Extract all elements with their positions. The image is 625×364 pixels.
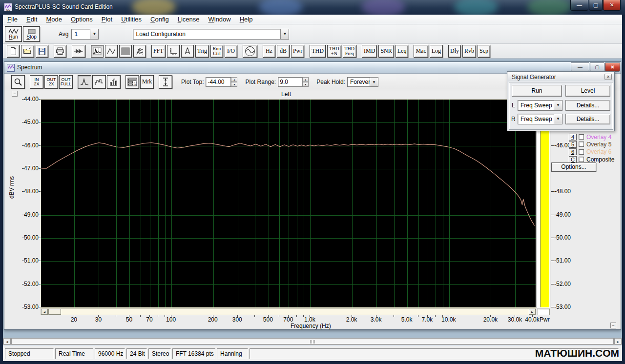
mdi-horizontal-scrollbar[interactable]: ◄ ► [3, 338, 622, 345]
menu-item-edit[interactable]: Edit [22, 15, 42, 24]
overlay-6-button[interactable]: 6 [569, 148, 577, 155]
reverb-button[interactable]: Rvb [462, 45, 476, 58]
decibels-button[interactable]: dB [277, 45, 290, 58]
maximize-button[interactable]: ▢ [589, 0, 603, 11]
right-details-button[interactable]: Details... [565, 114, 610, 124]
overlay-4-button[interactable]: 4 [569, 134, 577, 141]
signal-generator-button[interactable] [243, 45, 257, 58]
delay-button[interactable]: Dly [448, 45, 461, 58]
collapse-right-axis-button[interactable]: − [610, 323, 616, 328]
scroll-right-arrow[interactable]: ► [529, 309, 536, 315]
plot-bar-mode-button[interactable] [107, 75, 121, 89]
overlay-checkbox[interactable] [579, 157, 584, 162]
signal-generator-dialog: Signal Generator ✕ Run Level L Freq Swee… [507, 71, 615, 131]
scroll-left-arrow[interactable]: ◄ [41, 309, 48, 315]
menu-item-config[interactable]: Config [146, 15, 173, 24]
run-control-button[interactable]: Run Ctrl [210, 45, 223, 58]
spectrum-view-button[interactable] [91, 45, 104, 58]
scroll-left-arrow[interactable]: ◄ [3, 338, 11, 344]
zoom-select-button[interactable] [11, 75, 25, 89]
waveform-view-button[interactable] [105, 45, 118, 58]
overlay-checkbox[interactable] [579, 134, 584, 140]
save-file-button[interactable] [36, 45, 48, 58]
plot-range-input-spinner[interactable]: ▲▼ [302, 77, 309, 87]
options-button[interactable]: Options... [551, 162, 596, 172]
spectrum-close-button[interactable]: ✕ [605, 62, 620, 72]
run-button[interactable]: Run [5, 26, 22, 42]
stop-button[interactable]: Stop [23, 26, 40, 42]
amplitude-range-button[interactable] [159, 75, 172, 89]
zoom-out-2x-button[interactable]: OUT 2X [44, 75, 58, 89]
generator-level-button[interactable]: Level [565, 85, 610, 97]
plot-top-input-spinner[interactable]: ▲▼ [231, 77, 237, 87]
chevron-down-icon: ▼ [90, 29, 98, 39]
plot-horizontal-scrollbar[interactable]: ◄ ► [41, 308, 536, 315]
close-button[interactable]: ✕ [603, 0, 621, 11]
calipers-button[interactable] [181, 45, 194, 58]
overlay-checkbox[interactable] [579, 142, 584, 147]
fft-settings-button[interactable]: FFT [151, 45, 166, 58]
menu-item-help[interactable]: Help [235, 15, 257, 24]
imd-button[interactable]: IMD [362, 45, 377, 58]
zoom-out-full-button[interactable]: OUT FULL [59, 75, 73, 89]
spectrum-plot-icon [93, 47, 102, 55]
input-output-button[interactable]: I/O [225, 45, 237, 58]
fast-forward-button[interactable] [72, 45, 85, 58]
plot-step-mode-button[interactable] [92, 75, 106, 89]
overlay-5-button[interactable]: 5 [569, 141, 577, 148]
frequency-button[interactable]: Hz [263, 45, 275, 58]
left-details-button[interactable]: Details... [565, 100, 610, 111]
open-file-button[interactable] [21, 45, 34, 58]
y-tick-mark [551, 261, 554, 261]
display-options-button[interactable]: 5.1dB [125, 75, 139, 89]
peak-hold-select[interactable]: Forever▼ [347, 77, 378, 87]
scrollbar-thumb[interactable] [48, 309, 61, 315]
surface-view-button[interactable] [133, 45, 146, 58]
markers-button[interactable]: Mrk [140, 75, 154, 89]
spectrum-minimize-button[interactable]: — [571, 62, 589, 72]
spectrogram-view-button[interactable] [119, 45, 132, 58]
leq-button[interactable]: Leq [396, 45, 409, 58]
load-configuration-select[interactable]: Load Configuration ▼ [133, 29, 289, 40]
generator-run-button[interactable]: Run [512, 85, 562, 97]
menu-item-file[interactable]: File [3, 15, 22, 24]
x-axis-title: Frequency (Hz) [291, 323, 331, 329]
scope-button[interactable]: Scp [478, 45, 490, 58]
power-button[interactable]: Pwr [291, 45, 304, 58]
thd-freq-button[interactable]: THD Freq [343, 45, 357, 58]
menu-item-options[interactable]: Options [66, 15, 97, 24]
menu-item-mode[interactable]: Mode [42, 15, 66, 24]
macro-button[interactable]: Mac [414, 45, 428, 58]
zoom-in-2x-button[interactable]: IN 2X [30, 75, 43, 89]
print-button[interactable] [54, 45, 66, 58]
trigger-button[interactable]: Trig [195, 45, 209, 58]
overlay-c-button[interactable]: C [569, 156, 577, 163]
plot-top-input[interactable]: -44.00 [206, 77, 231, 87]
signal-generator-close-icon[interactable]: ✕ [604, 74, 612, 80]
right-generator-mode-select[interactable]: Freq Sweep ▼ [518, 114, 562, 124]
spectrum-maximize-button[interactable]: ▢ [590, 62, 604, 72]
minimize-button[interactable]: — [570, 0, 588, 11]
scales-button[interactable] [167, 45, 180, 58]
printer-icon [56, 47, 64, 55]
plot-range-input[interactable]: 9.0 [278, 77, 302, 87]
overlay-checkbox[interactable] [579, 149, 584, 155]
thd-button[interactable]: THD [310, 45, 326, 58]
menu-item-plot[interactable]: Plot [97, 15, 117, 24]
logging-button[interactable]: Log [430, 45, 443, 58]
snr-button[interactable]: SNR [378, 45, 394, 58]
plot-line-mode-button[interactable] [78, 75, 91, 89]
status-bar: StoppedReal Time96000 Hz24 BitStereoFFT … [3, 345, 622, 361]
new-file-button[interactable] [7, 45, 20, 58]
scrollbar-thumb[interactable] [11, 338, 614, 344]
signal-generator-titlebar[interactable]: Signal Generator [508, 72, 614, 81]
plot-area[interactable] [41, 99, 536, 308]
y-tick-label: -48.00 [554, 188, 579, 195]
thd-n-button[interactable]: THD +N [327, 45, 341, 58]
avg-select[interactable]: 1 ▼ [71, 29, 99, 40]
menu-item-license[interactable]: License [173, 15, 204, 24]
scroll-right-arrow[interactable]: ► [614, 338, 622, 344]
menu-item-utilities[interactable]: Utilities [117, 15, 146, 24]
menu-item-window[interactable]: Window [204, 15, 235, 24]
left-generator-mode-select[interactable]: Freq Sweep ▼ [518, 100, 562, 111]
